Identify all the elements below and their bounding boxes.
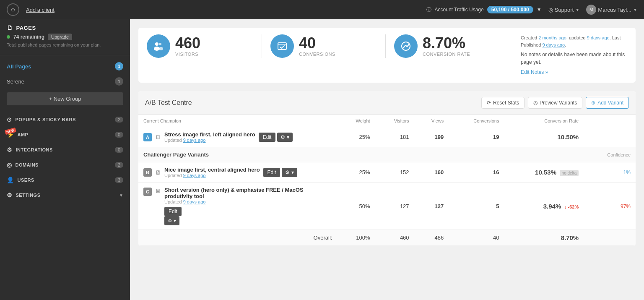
- champion-cr: 10.50%: [504, 127, 584, 147]
- all-pages-label: All Pages: [7, 63, 31, 70]
- traffic-badge[interactable]: 50,190 / 500,000: [487, 6, 533, 13]
- add-variant-label: Add Variant: [597, 100, 623, 106]
- challenger-c-views: 127: [414, 183, 449, 230]
- ch-v: [375, 147, 414, 162]
- overall-confidence-empty: [584, 230, 636, 246]
- all-pages-badge: 1: [115, 62, 123, 70]
- support-label: Support: [555, 7, 574, 13]
- sidebar-integrations-section[interactable]: ⚙ INTEGRATIONS 0: [0, 142, 130, 157]
- integrations-icon: ⚙: [7, 146, 13, 153]
- amp-count: 0: [115, 132, 123, 138]
- ab-test-section: A/B Test Centre ⟳ Reset Stats ◎ Preview …: [138, 91, 636, 246]
- sidebar-popups-section[interactable]: ⊙ POPUPS & STICKY BARS 2: [0, 112, 130, 127]
- amp-new-tag-wrapper: NEW ⚡: [7, 131, 14, 138]
- pages-icon: 🗋: [7, 24, 13, 31]
- overall-label: Overall:: [138, 230, 337, 246]
- user-menu-arrow: ▼: [633, 8, 637, 12]
- challenger-b-cell: B 🖥 Nice image first, central aligned he…: [138, 162, 337, 183]
- preview-variants-label: Preview Variants: [540, 100, 577, 106]
- support-dropdown[interactable]: ◎ Support ▼: [548, 7, 579, 13]
- ab-table: Current Champion Weight Visitors Views C…: [138, 115, 636, 246]
- th-conversions: Conversions: [449, 115, 504, 127]
- plan-note: Total published pages remaining on your …: [7, 42, 123, 48]
- challenger-b-confidence-val: 1%: [623, 170, 631, 175]
- no-delta-badge: no delta: [560, 170, 579, 176]
- ch-vi: [414, 147, 449, 162]
- upgrade-button[interactable]: Upgrade: [48, 34, 72, 40]
- popups-count: 2: [115, 117, 123, 123]
- remaining-count: 74 remaining: [13, 34, 44, 40]
- challenger-section-row: Challenger Page Variants Confidence: [138, 147, 636, 162]
- svg-point-0: [155, 42, 158, 46]
- user-avatar: M: [586, 5, 596, 15]
- reset-icon: ⟳: [487, 100, 491, 106]
- reset-stats-button[interactable]: ⟳ Reset Stats: [481, 97, 525, 109]
- settings-arrow: ▼: [119, 193, 123, 198]
- challenger-c-name: Short version (hero only) & emphasise FR…: [164, 187, 332, 199]
- popups-icon: ⊙: [7, 116, 12, 123]
- created-link[interactable]: 2 months ago: [538, 35, 566, 40]
- sidebar-settings-section[interactable]: ⚙ SETTINGS ▼: [0, 188, 130, 203]
- serene-label: Serene: [7, 78, 24, 85]
- challenger-b-buttons: Edit ⚙ ▾: [263, 168, 297, 177]
- traffic-dropdown-arrow[interactable]: ▼: [537, 7, 542, 13]
- th-weight: Weight: [337, 115, 375, 127]
- users-label: USERS: [18, 177, 34, 183]
- sidebar-users-section[interactable]: 👤 USERS 3: [0, 172, 130, 188]
- overall-visitors: 460: [375, 230, 414, 246]
- support-icon: ◎: [548, 7, 553, 13]
- challenger-b-cr-value: 10.53%: [535, 169, 556, 176]
- settings-label: SETTINGS: [16, 193, 41, 198]
- conversion-rate-stat: 8.70% CONVERSION RATE: [394, 34, 509, 58]
- sidebar-item-all-pages[interactable]: All Pages 1: [0, 59, 130, 74]
- challenger-b-updated-link[interactable]: 9 days ago: [183, 173, 206, 178]
- add-variant-button[interactable]: ⊕ Add Variant: [586, 97, 629, 109]
- sidebar-amp-section[interactable]: NEW ⚡ AMP 0: [0, 127, 130, 142]
- th-visitors: Visitors: [375, 115, 414, 127]
- challenger-b-updated: Updated 9 days ago: [164, 173, 260, 178]
- pages-label: PAGES: [16, 25, 36, 31]
- new-group-button[interactable]: + New Group: [7, 92, 123, 105]
- champion-edit-button[interactable]: Edit: [259, 133, 276, 142]
- main-content: 460 VISITORS 40 CONVERSIONS: [130, 19, 644, 300]
- reset-stats-label: Reset Stats: [493, 100, 519, 106]
- th-confidence: [584, 115, 636, 127]
- add-client-link[interactable]: Add a client: [26, 7, 426, 13]
- champion-weight: 25%: [337, 127, 375, 147]
- sidebar-domains-section[interactable]: ◎ DOMAINS 2: [0, 157, 130, 172]
- challenger-c-weight: 50%: [337, 183, 375, 230]
- champion-gear-button[interactable]: ⚙ ▾: [277, 133, 292, 142]
- challenger-c-edit-button[interactable]: Edit: [164, 207, 182, 216]
- domains-label: DOMAINS: [16, 162, 39, 167]
- challenger-b-edit-button[interactable]: Edit: [263, 168, 280, 177]
- integrations-count: 0: [115, 147, 123, 153]
- challenger-b-visitors: 152: [375, 162, 414, 183]
- challenger-b-gear-button[interactable]: ⚙ ▾: [282, 168, 297, 177]
- sidebar-item-serene[interactable]: Serene 1: [0, 74, 130, 89]
- challenger-c-updated-link[interactable]: 9 days ago: [183, 199, 206, 204]
- champion-updated-link[interactable]: 9 days ago: [183, 138, 206, 143]
- updated-link[interactable]: 9 days ago: [587, 35, 610, 40]
- variant-b-label: B: [143, 168, 152, 177]
- monitor-icon-c: 🖥: [155, 188, 161, 194]
- challenger-b-conversions: 16: [449, 162, 504, 183]
- svg-point-2: [154, 47, 160, 51]
- user-menu[interactable]: M Marcus Tayl... ▼: [586, 5, 637, 15]
- amp-label: AMP: [18, 132, 29, 137]
- support-arrow: ▼: [575, 8, 579, 12]
- challenger-c-gear-button[interactable]: ⚙ ▾: [164, 216, 179, 225]
- published-link[interactable]: 9 days ago: [542, 42, 565, 47]
- champion-confidence-empty: [584, 127, 636, 147]
- preview-variants-button[interactable]: ◎ Preview Variants: [528, 97, 582, 109]
- sidebar: 🗋 PAGES 74 remaining Upgrade Total publi…: [0, 19, 130, 300]
- challenger-c-visitors: 127: [375, 183, 414, 230]
- challenger-c-confidence-val: 97%: [621, 203, 631, 209]
- sidebar-navigation: All Pages 1 Serene 1 + New Group: [0, 55, 130, 112]
- edit-notes-link[interactable]: Edit Notes »: [521, 69, 548, 75]
- visitors-value: 460: [175, 36, 200, 51]
- delta-negative-badge: ↓ -62%: [564, 204, 579, 209]
- svg-point-3: [159, 47, 163, 50]
- monitor-icon-b: 🖥: [155, 169, 161, 176]
- champion-conversions: 19: [449, 127, 504, 147]
- th-views: Views: [414, 115, 449, 127]
